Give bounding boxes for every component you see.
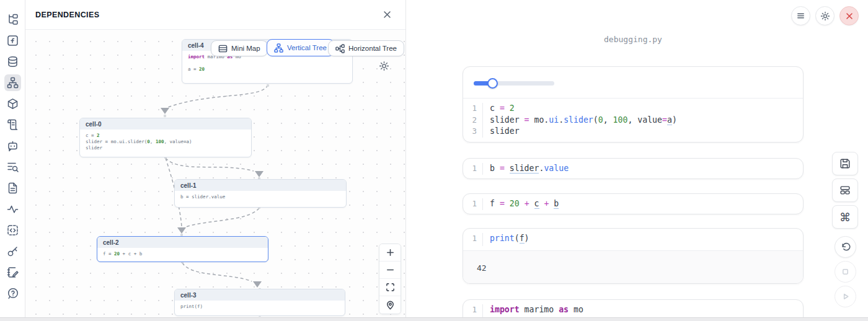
- undo-icon: [841, 242, 851, 252]
- package-box-icon: [7, 98, 19, 110]
- stop-button[interactable]: [835, 261, 856, 283]
- code-editor[interactable]: 1 b = slider.value: [463, 159, 803, 175]
- graph-node-cell-1[interactable]: cell-1 b = slider.value: [174, 179, 347, 208]
- command-icon: ⌘: [839, 211, 851, 224]
- save-button[interactable]: [832, 152, 858, 175]
- fit-view-icon: [386, 283, 395, 292]
- menu-icon: [796, 11, 805, 20]
- node-title: cell-0: [80, 118, 251, 130]
- layout-button[interactable]: [832, 178, 858, 202]
- line-numbers: 1: [463, 198, 482, 210]
- stop-icon: [841, 267, 850, 276]
- node-code: print(f): [175, 301, 345, 313]
- horizontal-tree-button[interactable]: Horizontal Tree: [328, 40, 404, 56]
- sidebar-item-help[interactable]: [4, 285, 21, 302]
- dependencies-header: DEPENDENCIES: [25, 0, 405, 30]
- gear-icon: [379, 61, 389, 71]
- sidebar-item-secrets[interactable]: [4, 243, 21, 260]
- cell-output: 42: [463, 250, 803, 284]
- zoom-out-button[interactable]: [379, 262, 401, 279]
- notebook-filename[interactable]: debugging.py: [463, 35, 804, 44]
- panel-title: DEPENDENCIES: [35, 11, 99, 19]
- text-search-icon: [7, 161, 19, 173]
- sidebar-item-functions[interactable]: [4, 32, 21, 49]
- keyboard-shortcuts-button[interactable]: ⌘: [832, 205, 858, 229]
- graph-node-cell-3[interactable]: cell-3 print(f): [174, 289, 345, 316]
- fit-view-button[interactable]: [379, 279, 401, 296]
- node-title: cell-3: [175, 289, 345, 301]
- gear-icon: [820, 11, 830, 21]
- app: DEPENDENCIES: [0, 0, 868, 321]
- layout-panels-icon: [839, 185, 851, 196]
- slider-track[interactable]: [474, 81, 554, 86]
- line-numbers: 1: [463, 233, 482, 246]
- vertical-tree-icon: [274, 43, 283, 53]
- dependencies-panel: DEPENDENCIES: [25, 0, 406, 317]
- code-editor[interactable]: 1 print(f): [463, 229, 803, 250]
- code-line: import marimo as mo: [490, 304, 803, 316]
- graph-settings-button[interactable]: [378, 59, 391, 73]
- database-icon: [7, 56, 19, 68]
- notebook-panel: debugging.py 1 2 3 c = 2 slider = mo.ui.…: [407, 0, 868, 317]
- notebook-cell: 1 2 3 c = 2 slider = mo.ui.slider(0, 100…: [463, 66, 804, 143]
- sidebar-item-file-tree[interactable]: [4, 11, 21, 28]
- rows-icon: [218, 44, 228, 53]
- line-numbers: 1 2 3: [463, 103, 482, 138]
- file-tree-icon: [7, 14, 19, 25]
- node-code: c = 2 slider = mo.ui.slider(0, 100, valu…: [80, 130, 251, 154]
- close-icon: [845, 12, 854, 20]
- sidebar-item-logs[interactable]: [4, 117, 21, 133]
- notebook-cell: 1 b = slider.value: [463, 158, 804, 179]
- code-line: c = 2: [490, 103, 803, 115]
- shutdown-button[interactable]: [839, 6, 859, 25]
- code-line: print(f): [490, 233, 803, 245]
- notebook-settings-button[interactable]: [815, 6, 835, 25]
- line-numbers: 1: [463, 163, 482, 175]
- notebook-menu-button[interactable]: [791, 6, 810, 25]
- scroll-icon: [7, 119, 19, 131]
- code-editor[interactable]: 1 2 3 c = 2 slider = mo.ui.slider(0, 100…: [463, 99, 803, 142]
- save-icon: [839, 158, 851, 169]
- slider-thumb[interactable]: [487, 78, 498, 89]
- minus-icon: [386, 265, 395, 275]
- horizontal-tree-icon: [335, 44, 345, 53]
- function-square-icon: [7, 35, 19, 46]
- notebook-cell: 1 f = 20 + c + b: [463, 193, 804, 214]
- sidebar-item-packages[interactable]: [4, 95, 21, 112]
- plus-icon: [386, 248, 395, 257]
- node-code: b = slider.value: [175, 191, 346, 203]
- map-pin-icon: [386, 301, 395, 310]
- sidebar-item-scratchpad[interactable]: [4, 222, 21, 239]
- dependency-graph-canvas[interactable]: cell-4 import marimo as mo a = 20 cell-0…: [25, 30, 405, 317]
- sidebar-item-ai-chat[interactable]: [4, 138, 21, 154]
- center-view-button[interactable]: [379, 296, 401, 314]
- sidebar-item-notebook-edit[interactable]: [4, 264, 21, 281]
- sidebar-item-datasources[interactable]: [4, 53, 21, 70]
- zoom-in-button[interactable]: [379, 244, 401, 262]
- sidebar-item-tracing[interactable]: [4, 201, 21, 218]
- bottom-strip: [0, 317, 868, 321]
- run-button[interactable]: [835, 286, 856, 307]
- chat-bot-icon: [7, 140, 19, 152]
- sidebar-item-search-logs[interactable]: [4, 159, 21, 175]
- graph-node-cell-0[interactable]: cell-0 c = 2 slider = mo.ui.slider(0, 10…: [79, 118, 252, 157]
- close-panel-button[interactable]: [381, 9, 393, 20]
- code-editor[interactable]: 1 f = 20 + c + b: [463, 194, 803, 210]
- sidebar-item-snippets[interactable]: [4, 180, 21, 196]
- node-title: cell-1: [175, 180, 346, 191]
- graph-node-cell-2[interactable]: cell-2 f = 20 + c + b: [97, 236, 268, 262]
- mini-map-button[interactable]: Mini Map: [211, 40, 268, 56]
- graph-zoom-controls: [379, 244, 401, 314]
- code-line: b = slider.value: [490, 163, 803, 175]
- play-icon: [841, 292, 850, 301]
- node-code: f = 20 + c + b: [97, 248, 268, 260]
- close-icon: [383, 10, 392, 19]
- vertical-tree-button[interactable]: Vertical Tree: [267, 39, 334, 56]
- node-title: cell-2: [97, 237, 268, 248]
- sidebar: [0, 0, 25, 317]
- activity-pulse-icon: [7, 203, 19, 215]
- undo-button[interactable]: [835, 236, 856, 258]
- sidebar-item-dependencies[interactable]: [4, 74, 21, 91]
- code-line: f = 20 + c + b: [490, 198, 803, 210]
- dependency-graph-icon: [7, 77, 19, 89]
